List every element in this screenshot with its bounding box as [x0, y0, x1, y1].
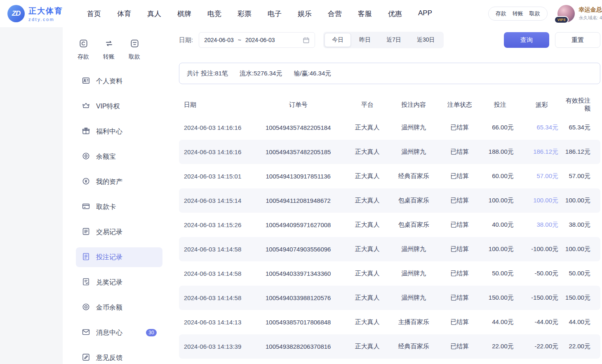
- withdraw-icon: [130, 39, 139, 49]
- cell-status: 已结算: [439, 221, 481, 229]
- nav-item-slots[interactable]: 电子: [268, 9, 282, 19]
- user-permanent-domain: 永久域名: 4: [579, 15, 602, 21]
- unread-count-badge: 30: [146, 329, 157, 336]
- quick-filter-yesterday[interactable]: 昨日: [352, 33, 378, 47]
- cell-order: 1005494357482205184: [251, 124, 346, 131]
- sidebar-item-vip[interactable]: VIP特权: [76, 96, 162, 116]
- menu-item-label: VIP特权: [96, 102, 120, 111]
- sidebar-item-transactions[interactable]: 交易记录: [76, 222, 162, 242]
- summary-bar: 共计 投注:81笔 流水:5276.34元 输/赢:46.34元: [179, 63, 600, 84]
- cell-order: 1005493828206370816: [251, 343, 346, 350]
- header-right: 存款 转账 取款 VIP3 幸运金总 永久域名: 4: [488, 5, 602, 22]
- sidebar-item-feedback[interactable]: 意见反馈: [76, 348, 162, 364]
- menu-item-label: 意见反馈: [96, 354, 122, 362]
- date-from: 2024-06-03: [204, 37, 234, 43]
- cell-bet: 188.00元: [481, 148, 520, 156]
- cell-order: 1005494033971343360: [251, 270, 346, 277]
- filter-bar: 日期: 2024-06-03 ~ 2024-06-03 今日 昨日 近7日 近3…: [179, 32, 600, 48]
- bet-records-table: 日期 订单号 平台 投注内容 注单状态 投注 派彩 有效投注额 2024-06-…: [179, 94, 600, 359]
- nav-item-lottery[interactable]: 彩票: [238, 9, 252, 19]
- cell-content: 温州牌九: [389, 148, 439, 156]
- user-info: 幸运金总 永久域名: 4: [579, 6, 602, 21]
- cell-status: 已结算: [439, 294, 481, 302]
- quick-filter-today[interactable]: 今日: [325, 33, 351, 47]
- header-withdraw-link[interactable]: 取款: [529, 10, 540, 17]
- sidebar-item-yuebao[interactable]: 余额宝: [76, 147, 162, 167]
- yen-coin-icon: [82, 177, 90, 187]
- table-row: 2024-06-03 14:16:16 1005494357482205185 …: [179, 140, 600, 164]
- nav-item-live-casino[interactable]: 真人: [147, 9, 161, 19]
- table-row: 2024-06-03 14:14:58 1005494033988120576 …: [179, 286, 600, 310]
- cell-content: 温州牌九: [389, 294, 439, 302]
- cell-platform: 正大真人: [346, 172, 389, 180]
- gift-icon: [82, 127, 90, 137]
- nav-item-partnership[interactable]: 合营: [328, 9, 342, 19]
- col-header-payout: 派彩: [520, 101, 564, 109]
- nav-item-esports[interactable]: 电竞: [207, 9, 221, 19]
- sidebar-item-profile[interactable]: 个人资料: [76, 71, 162, 91]
- cell-platform: 正大真人: [346, 124, 389, 132]
- table-row: 2024-06-03 14:14:58 1005494033971343360 …: [179, 261, 600, 286]
- cell-order: 1005494033988120576: [251, 294, 346, 301]
- reset-button[interactable]: 重置: [555, 32, 600, 48]
- brand-logo[interactable]: ZD 正大体育 zdty.com: [7, 5, 63, 22]
- nav-item-promotions[interactable]: 优惠: [388, 9, 402, 19]
- cell-bet: 66.00元: [481, 124, 520, 132]
- sidebar-item-coin-balance[interactable]: 金币余额: [76, 298, 162, 317]
- cell-platform: 正大真人: [346, 343, 389, 350]
- sidebar-item-redeem-records[interactable]: 兑奖记录: [76, 272, 162, 292]
- cell-status: 已结算: [439, 124, 481, 132]
- nav-item-sports[interactable]: 体育: [117, 9, 131, 19]
- brand-domain: zdty.com: [28, 17, 63, 22]
- calendar-icon[interactable]: [303, 37, 310, 44]
- col-header-order: 订单号: [251, 101, 346, 109]
- sidebar-item-withdraw-card[interactable]: 取款卡: [76, 197, 162, 217]
- quick-action-transfer[interactable]: 转账: [103, 39, 115, 61]
- cell-valid-bet: 65.34元: [564, 124, 600, 132]
- sidebar-item-messages[interactable]: 消息中心 30: [76, 323, 162, 343]
- cell-content: 温州牌九: [389, 270, 439, 277]
- menu-item-label: 个人资料: [96, 77, 122, 86]
- cell-bet: 22.00元: [481, 343, 520, 350]
- nav-item-customer-service[interactable]: 客服: [358, 9, 372, 19]
- quick-action-deposit[interactable]: 存款: [78, 39, 89, 61]
- date-range-input[interactable]: 2024-06-03 ~ 2024-06-03: [199, 32, 315, 48]
- query-button[interactable]: 查询: [504, 32, 549, 48]
- menu-item-label: 取款卡: [96, 203, 116, 211]
- quick-action-label: 转账: [103, 53, 115, 61]
- col-header-content: 投注内容: [389, 101, 439, 109]
- main-nav: 首页 体育 真人 棋牌 电竞 彩票 电子 娱乐 合营 客服 优惠 APP: [87, 9, 432, 19]
- header-deposit-link[interactable]: 存款: [496, 10, 506, 17]
- cell-platform: 正大真人: [346, 294, 389, 302]
- cell-order: 1005494112081948672: [251, 197, 346, 204]
- cell-valid-bet: 100.00元: [564, 197, 600, 204]
- sidebar-item-assets[interactable]: 我的资产: [76, 172, 162, 192]
- cell-status: 已结算: [439, 172, 481, 180]
- user-avatar[interactable]: VIP3: [557, 5, 575, 22]
- nav-item-entertainment[interactable]: 娱乐: [298, 9, 312, 19]
- sidebar-item-welfare[interactable]: 福利中心: [76, 122, 162, 141]
- col-header-valid-bet: 有效投注额: [564, 97, 600, 113]
- cell-platform: 正大真人: [346, 270, 389, 277]
- cell-order: 1005494074903556096: [251, 246, 346, 253]
- summary-turnover: 流水:5276.34元: [240, 70, 282, 77]
- col-header-bet: 投注: [481, 101, 520, 109]
- redeem-document-icon: [82, 277, 90, 288]
- quick-filter-last30days[interactable]: 近30日: [409, 33, 442, 47]
- sidebar-item-bet-records[interactable]: 投注记录: [76, 247, 162, 267]
- cell-status: 已结算: [439, 148, 481, 156]
- cell-payout: -22.00元: [520, 343, 564, 350]
- cell-order: 1005494095971627008: [251, 221, 346, 228]
- quick-filter-last7days[interactable]: 近7日: [379, 33, 409, 47]
- cell-date: 2024-06-03 14:15:26: [179, 221, 251, 228]
- date-separator: ~: [238, 37, 241, 43]
- header-transfer-link[interactable]: 转账: [513, 10, 523, 17]
- nav-item-board-games[interactable]: 棋牌: [177, 9, 191, 19]
- nav-item-home[interactable]: 首页: [87, 9, 101, 19]
- table-row: 2024-06-03 14:14:58 1005494074903556096 …: [179, 237, 600, 261]
- cell-bet: 150.00元: [481, 294, 520, 302]
- cell-date: 2024-06-03 14:13:39: [179, 343, 251, 350]
- wallet-actions: 存款 转账 取款: [488, 7, 548, 21]
- nav-item-app[interactable]: APP: [418, 9, 432, 19]
- quick-action-withdraw[interactable]: 取款: [129, 39, 140, 61]
